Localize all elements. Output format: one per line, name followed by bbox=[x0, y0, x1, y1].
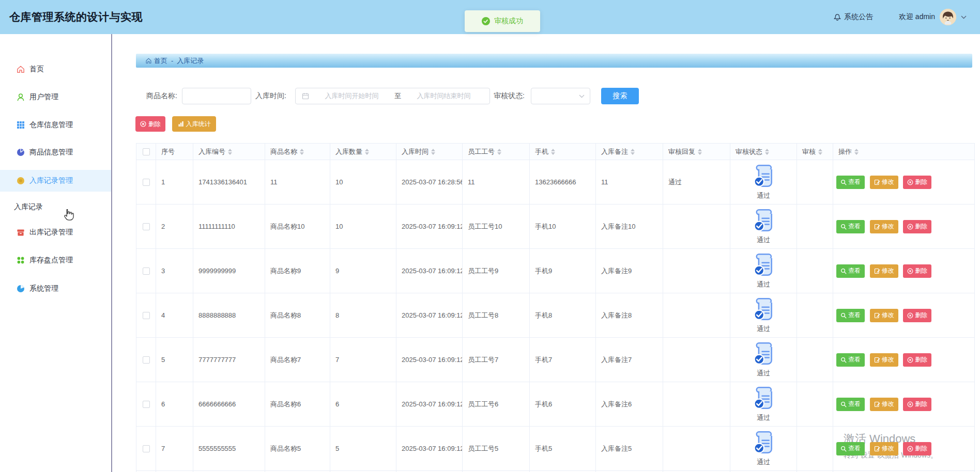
header-actions[interactable]: 操作 bbox=[833, 144, 975, 160]
delete-button[interactable]: 删除 bbox=[903, 398, 931, 411]
status-text: 通过 bbox=[730, 191, 797, 200]
audit-status-select[interactable] bbox=[531, 88, 590, 104]
status-text: 通过 bbox=[730, 369, 797, 378]
sidebar-subitem-inbound-record[interactable]: 入库记录 bbox=[0, 196, 111, 218]
delete-button[interactable]: 删除 bbox=[903, 442, 931, 455]
inbound-stats-button[interactable]: 入库统计 bbox=[172, 116, 216, 132]
edit-button[interactable]: 修改 bbox=[870, 398, 898, 411]
edit-button[interactable]: 修改 bbox=[870, 353, 898, 367]
row-checkbox[interactable] bbox=[143, 268, 150, 275]
header-quantity[interactable]: 入库数量 bbox=[330, 144, 396, 160]
delete-button[interactable]: 删除 bbox=[903, 220, 931, 233]
cell-inbound-code: 5555555555 bbox=[193, 427, 265, 471]
sort-caret-icon[interactable] bbox=[631, 149, 635, 155]
sort-caret-icon[interactable] bbox=[431, 149, 435, 155]
cell-audit bbox=[797, 160, 833, 204]
records-table: 序号 入库编号 商品名称 入库数量 入库时间 员工工号 手机 入库备注 审核回复… bbox=[136, 143, 974, 472]
view-button[interactable]: 查看 bbox=[836, 353, 865, 367]
cell-audit-status: 通过 bbox=[730, 293, 797, 338]
sidebar: 首页 用户管理 仓库信息管理 商品信息管理 入库记录管理 入库记录 出库记录管理 bbox=[0, 34, 112, 472]
table-row: 4 8888888888 商品名称8 8 2025-03-07 16:09:12… bbox=[136, 293, 975, 338]
sort-caret-icon[interactable] bbox=[765, 149, 769, 155]
edit-button[interactable]: 修改 bbox=[870, 176, 898, 189]
sidebar-item-inventory-check[interactable]: 库存盘点管理 bbox=[0, 249, 111, 271]
row-checkbox[interactable] bbox=[143, 223, 150, 230]
sidebar-item-home[interactable]: 首页 bbox=[0, 58, 111, 80]
sort-caret-icon[interactable] bbox=[300, 149, 304, 155]
sort-caret-icon[interactable] bbox=[497, 149, 501, 155]
sort-caret-icon[interactable] bbox=[698, 149, 702, 155]
cell-inbound-time: 2025-03-07 16:09:12 bbox=[396, 338, 463, 382]
row-checkbox[interactable] bbox=[143, 356, 150, 364]
cell-phone: 手机5 bbox=[530, 427, 596, 471]
delete-button[interactable]: 删除 bbox=[903, 353, 931, 367]
edit-button[interactable]: 修改 bbox=[870, 220, 898, 233]
header-index: 序号 bbox=[156, 144, 193, 160]
header-inbound-time[interactable]: 入库时间 bbox=[396, 144, 463, 160]
sidebar-item-system[interactable]: 系统管理 bbox=[0, 278, 111, 300]
user-menu[interactable]: 欢迎 admin bbox=[899, 9, 967, 25]
sidebar-item-outbound-records[interactable]: 出库记录管理 bbox=[0, 222, 111, 243]
sort-caret-icon[interactable] bbox=[854, 149, 859, 155]
cell-audit bbox=[797, 249, 833, 293]
approved-scroll-icon bbox=[753, 253, 774, 277]
cell-audit-status: 通过 bbox=[730, 204, 797, 249]
view-button[interactable]: 查看 bbox=[836, 398, 865, 411]
view-button[interactable]: 查看 bbox=[836, 264, 865, 278]
view-button[interactable]: 查看 bbox=[836, 220, 865, 233]
cell-audit-reply bbox=[663, 293, 730, 338]
cell-inbound-time: 2025-03-07 16:09:12 bbox=[396, 204, 463, 249]
view-button[interactable]: 查看 bbox=[836, 442, 865, 455]
header-audit-reply[interactable]: 审核回复 bbox=[663, 144, 730, 160]
sidebar-item-inbound-records[interactable]: 入库记录管理 bbox=[0, 170, 111, 192]
cell-product-name: 11 bbox=[265, 160, 330, 204]
cell-note: 入库备注10 bbox=[596, 204, 663, 249]
bulk-delete-button[interactable]: 删除 bbox=[135, 116, 165, 132]
header-product-name[interactable]: 商品名称 bbox=[265, 144, 330, 160]
sidebar-item-label: 仓库信息管理 bbox=[29, 120, 73, 130]
sidebar-item-warehouse-info[interactable]: 仓库信息管理 bbox=[0, 114, 111, 136]
edit-button[interactable]: 修改 bbox=[870, 264, 898, 278]
delete-button[interactable]: 删除 bbox=[903, 264, 931, 278]
cell-note: 入库备注6 bbox=[596, 382, 663, 427]
cell-quantity: 10 bbox=[330, 160, 396, 204]
sort-caret-icon[interactable] bbox=[365, 149, 369, 155]
header-audit[interactable]: 审核 bbox=[797, 144, 833, 160]
header-inbound-code[interactable]: 入库编号 bbox=[193, 144, 265, 160]
delete-button[interactable]: 删除 bbox=[903, 176, 931, 189]
chevron-down-icon bbox=[961, 15, 967, 19]
header-employee[interactable]: 员工工号 bbox=[463, 144, 530, 160]
select-all-checkbox[interactable] bbox=[143, 148, 150, 155]
date-range-picker[interactable]: 入库时间开始时间 至 入库时间结束时间 bbox=[295, 88, 490, 104]
header-audit-status[interactable]: 审核状态 bbox=[730, 144, 797, 160]
system-pie-icon bbox=[16, 284, 25, 293]
row-checkbox[interactable] bbox=[143, 312, 150, 319]
cell-employee: 员工工号8 bbox=[463, 293, 530, 338]
row-checkbox[interactable] bbox=[143, 401, 150, 408]
edit-button[interactable]: 修改 bbox=[870, 442, 898, 455]
view-button[interactable]: 查看 bbox=[836, 309, 865, 322]
sort-caret-icon[interactable] bbox=[818, 149, 822, 155]
sidebar-item-users[interactable]: 用户管理 bbox=[0, 86, 111, 108]
search-button[interactable]: 搜索 bbox=[601, 88, 639, 104]
row-checkbox[interactable] bbox=[143, 445, 150, 452]
view-button[interactable]: 查看 bbox=[836, 176, 865, 189]
sort-caret-icon[interactable] bbox=[551, 149, 555, 155]
header-phone[interactable]: 手机 bbox=[530, 144, 596, 160]
product-name-input[interactable] bbox=[182, 88, 251, 104]
avatar[interactable] bbox=[940, 9, 956, 25]
delete-button[interactable]: 删除 bbox=[903, 309, 931, 322]
edit-button[interactable]: 修改 bbox=[870, 309, 898, 322]
cell-audit-status: 通过 bbox=[730, 382, 797, 427]
breadcrumb-home-icon bbox=[145, 57, 152, 64]
sort-caret-icon[interactable] bbox=[228, 149, 232, 155]
cell-quantity: 6 bbox=[330, 382, 396, 427]
sidebar-item-product-info[interactable]: 商品信息管理 bbox=[0, 141, 111, 163]
breadcrumb-home[interactable]: 首页 bbox=[154, 56, 167, 66]
row-checkbox-cell bbox=[136, 160, 156, 204]
header-note[interactable]: 入库备注 bbox=[596, 144, 663, 160]
system-announcement-link[interactable]: 系统公告 bbox=[833, 12, 873, 22]
row-checkbox[interactable] bbox=[143, 179, 150, 186]
approved-scroll-icon bbox=[753, 341, 774, 366]
sidebar-subitem-label: 入库记录 bbox=[14, 202, 43, 212]
